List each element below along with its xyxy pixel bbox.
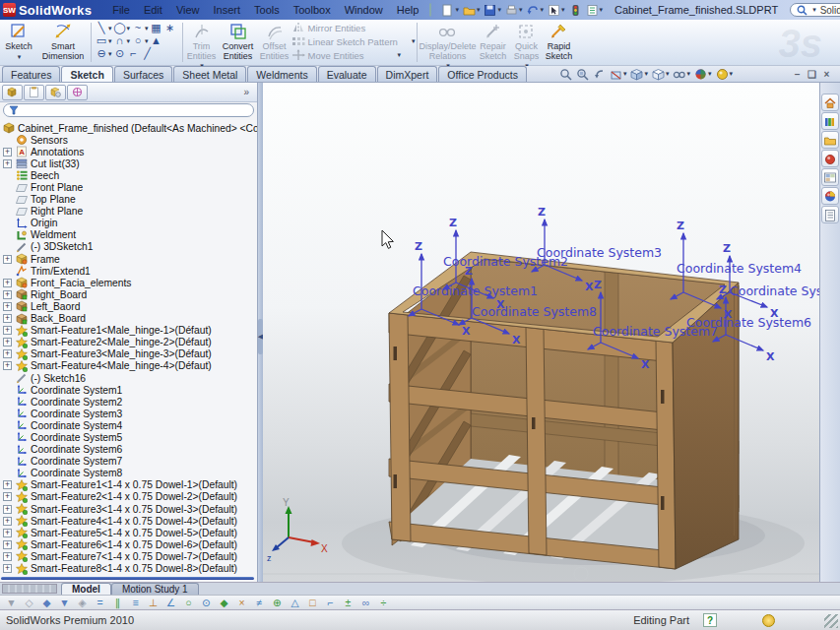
fp-tab-propertymanager[interactable] — [24, 85, 44, 100]
circle-tool-button[interactable]: ◯▾ — [114, 23, 131, 33]
expand-icon[interactable]: + — [3, 480, 12, 489]
tab-features[interactable]: Features — [2, 66, 60, 82]
expand-icon[interactable]: + — [3, 159, 12, 168]
arc-tool-button[interactable]: ∩▾ — [114, 35, 131, 46]
tree-item[interactable]: (-) Sketch16 — [0, 372, 257, 384]
menu-view[interactable]: View — [169, 4, 207, 16]
tree-item[interactable]: Coordinate System1 — [0, 384, 257, 396]
relation-parallel-icon[interactable]: ∠ — [163, 597, 178, 608]
doc-restore-button[interactable]: ❏ — [805, 69, 819, 80]
tree-item[interactable]: Coordinate System5 — [0, 431, 257, 443]
search-button[interactable] — [821, 150, 839, 167]
trim-entities-button[interactable]: Trim Entities▾ — [185, 20, 219, 71]
tree-item[interactable]: +Smart-Feature1<1-4 x 0.75 Dowel-1>(Defa… — [0, 479, 257, 491]
tab-sketch[interactable]: Sketch — [61, 66, 112, 82]
save-document-button[interactable]: ▾ — [483, 2, 502, 18]
appearances-scenes-button[interactable] — [821, 187, 839, 205]
tab-surfaces[interactable]: Surfaces — [114, 66, 172, 82]
expand-icon[interactable]: + — [3, 564, 12, 573]
custom-properties-button[interactable] — [821, 206, 839, 223]
tree-item[interactable]: +Frame — [0, 253, 257, 265]
menu-tools[interactable]: Tools — [247, 4, 287, 16]
tree-item[interactable]: Cabinet_Frame_finished (Default<As Machi… — [0, 122, 257, 134]
design-library-button[interactable] — [821, 112, 839, 130]
repair-sketch-button[interactable]: Repair Sketch — [475, 20, 510, 61]
expand-icon[interactable]: + — [3, 492, 12, 501]
menu-window[interactable]: Window — [338, 4, 390, 16]
expand-icon[interactable]: + — [3, 349, 12, 358]
relation-angle-icon[interactable]: ∞ — [358, 597, 373, 608]
tree-item[interactable]: Coordinate System8 — [0, 468, 257, 479]
tree-item[interactable]: +Smart-Feature3<1-4 x 0.75 Dowel-3>(Defa… — [0, 503, 257, 515]
status-note-icon[interactable] — [762, 614, 775, 627]
menu-file[interactable]: File — [105, 4, 137, 16]
tree-item[interactable]: +Smart-Feature8<1-4 x 0.75 Dowel-8>(Defa… — [0, 562, 257, 574]
tree-item[interactable]: Coordinate System2 — [0, 396, 257, 408]
tree-item[interactable]: +Smart-Feature3<Male_hinge-3>(Défaut) — [0, 348, 257, 360]
tree-item[interactable]: Right Plane — [0, 206, 257, 218]
slot-tool-button[interactable]: ⊖▾ — [96, 48, 112, 59]
relation-collinear-icon[interactable]: ≡ — [128, 597, 143, 608]
tree-item[interactable]: +Cut list(33) — [0, 158, 257, 169]
offset-entities-button[interactable]: Offset Entities — [258, 20, 291, 61]
select-other-icon[interactable]: ◈ — [75, 597, 90, 608]
tree-item[interactable]: Sensors — [0, 134, 257, 146]
select-button[interactable]: ▾ — [547, 2, 566, 18]
filter-edges-icon[interactable]: ◇ — [22, 597, 36, 608]
relation-snap-icon[interactable]: ÷ — [376, 597, 391, 608]
tree-item[interactable]: Coordinate System6 — [0, 444, 257, 456]
smart-dimension-button[interactable]: Smart Dimension — [37, 20, 89, 61]
expand-icon[interactable]: + — [3, 338, 12, 346]
point-tool-button[interactable]: ∗ — [164, 23, 176, 33]
select-arrow-icon[interactable]: ▼ — [57, 597, 72, 608]
move-entities-button[interactable]: Move Entities▾ — [291, 48, 416, 62]
tree-item[interactable]: Trim/Extend1 — [0, 265, 257, 277]
relation-concentric-icon[interactable]: ⊙ — [199, 597, 214, 608]
expand-icon[interactable]: + — [3, 361, 12, 370]
tree-item[interactable]: +Smart-Feature4<1-4 x 0.75 Dowel-4>(Defa… — [0, 515, 257, 527]
expand-icon[interactable]: + — [3, 529, 12, 537]
tab-scroll-strip[interactable] — [2, 584, 57, 594]
expand-icon[interactable]: + — [3, 290, 12, 299]
pattern-tool-button[interactable]: ▦ — [151, 23, 162, 33]
circle-construction-tool-button[interactable]: ⊙ — [114, 48, 126, 59]
menu-pin-icon[interactable] — [429, 3, 431, 17]
tree-item[interactable]: +Left_Baord — [0, 300, 257, 312]
relation-fix-icon[interactable]: ⊕ — [270, 597, 285, 608]
menu-help[interactable]: Help — [390, 4, 426, 16]
tree-item[interactable]: +Smart-Feature6<1-4 x 0.75 Dowel-6>(Defa… — [0, 538, 257, 550]
tab-motion-study-1[interactable]: Motion Study 1 — [111, 583, 199, 595]
expand-icon[interactable]: + — [3, 326, 12, 335]
tree-item[interactable]: Weldment — [0, 229, 257, 241]
search-input[interactable]: ▾ SolidWorks Search — [790, 3, 840, 17]
rollback-bar[interactable] — [1, 577, 254, 580]
relation-equal-icon[interactable]: ≠ — [252, 597, 267, 608]
view-orientation-button[interactable]: ▾ — [630, 68, 648, 81]
tree-item[interactable]: +Front_Facia_elements — [0, 277, 257, 288]
filter-vertices-icon[interactable]: ▼ — [4, 597, 19, 608]
print-document-button[interactable]: ▾ — [504, 2, 524, 18]
line-tool-button[interactable]: ╲▾ — [96, 23, 112, 33]
tab-weldments[interactable]: Weldments — [247, 66, 316, 82]
tree-item[interactable]: +AAnnotations — [0, 146, 257, 158]
zoom-to-fit-button[interactable] — [559, 68, 572, 81]
rapid-sketch-button[interactable]: Rapid Sketch — [542, 20, 575, 61]
tree-item[interactable]: +Back_Board — [0, 313, 257, 325]
menu-toolbox[interactable]: Toolbox — [287, 4, 338, 16]
tree-item[interactable]: +Smart-Feature2<Male_hinge-2>(Défaut) — [0, 337, 257, 348]
sketch-button[interactable]: Sketch▾ — [0, 20, 37, 61]
tree-item[interactable]: +Smart-Feature1<Male_hinge-1>(Défaut) — [0, 325, 257, 337]
options-button[interactable]: ▾ — [585, 2, 605, 18]
linear-sketch-pattern-button[interactable]: Linear Sketch Pattern▾ — [291, 34, 416, 48]
view-palette-button[interactable] — [821, 168, 839, 186]
relation-pierce-icon[interactable]: ⌐ — [323, 597, 338, 608]
file-explorer-button[interactable] — [821, 131, 839, 149]
polygon-tool-button[interactable]: ▲ — [151, 35, 162, 46]
relation-perpendicular-icon[interactable]: ⊥ — [146, 597, 161, 608]
tree-item[interactable]: +Smart-Feature2<1-4 x 0.75 Dowel-2>(Defa… — [0, 491, 257, 503]
undo-button[interactable]: ▾ — [525, 2, 545, 18]
doc-close-button[interactable]: × — [819, 69, 834, 80]
tree-item[interactable]: Origin — [0, 218, 257, 229]
menu-insert[interactable]: Insert — [207, 4, 248, 16]
open-document-button[interactable]: ▾ — [462, 2, 482, 18]
